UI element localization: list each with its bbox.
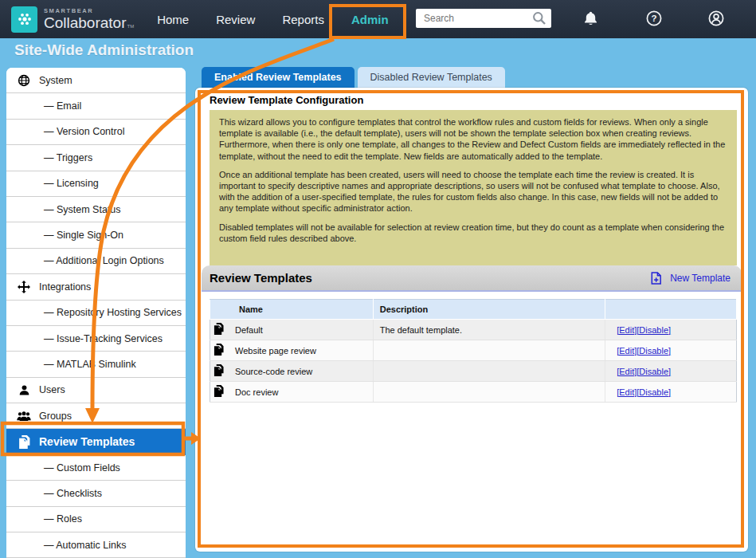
sidebar-item-groups[interactable]: Groups (6, 403, 186, 429)
section-title: Review Templates (210, 271, 312, 285)
main-nav: Home Review Reports Admin (143, 0, 402, 38)
sidebar-item-email[interactable]: — Email (6, 93, 186, 119)
info-paragraph-2: Once an additional template has been cre… (219, 169, 727, 214)
smartbear-logo-icon (11, 6, 37, 33)
template-doc-icon (213, 385, 224, 399)
sidebar-item-system-status[interactable]: — System Status (6, 197, 186, 222)
template-name: Doc review (235, 387, 278, 397)
sidebar-item-label: — Automatic Links (44, 540, 127, 551)
column-header-name: Name (210, 300, 374, 320)
table-row: Doc review [Edit][Disable] (210, 382, 737, 403)
sidebar-item-label: — Roles (44, 513, 82, 525)
sidebar-item-matlab-simulink[interactable]: — MATLAB Simulink (6, 352, 186, 377)
sidebar-item-label: Groups (39, 411, 72, 422)
sidebar-item-label: — Additional Login Options (44, 255, 164, 266)
sidebar-item-roles[interactable]: — Roles (6, 507, 186, 532)
screenshot-root: SMARTBEAR CollaboratorTM Home Review Rep… (0, 0, 756, 558)
sidebar-item-label: System (39, 75, 72, 86)
sidebar-item-label: — Repository Hosting Services (44, 307, 182, 318)
table-header-row: Name Description (210, 300, 737, 320)
template-doc-icon (213, 344, 224, 357)
help-icon[interactable]: ? (646, 10, 662, 26)
tab-enabled-review-templates[interactable]: Enabled Review Templates (202, 67, 354, 88)
template-description: The default template. (373, 320, 605, 340)
top-bar: SMARTBEAR CollaboratorTM Home Review Rep… (0, 0, 756, 38)
tab-disabled-review-templates[interactable]: Disabled Review Templates (358, 67, 505, 88)
account-icon[interactable] (708, 10, 724, 26)
sidebar-item-triggers[interactable]: — Triggers (6, 145, 186, 171)
review-templates-icon (17, 435, 31, 449)
sidebar-item-integrations[interactable]: Integrations (6, 274, 186, 300)
brand-text: SMARTBEAR CollaboratorTM (44, 8, 134, 31)
new-template-icon (649, 271, 663, 285)
sidebar-item-issue-tracking-services[interactable]: — Issue-Tracking Services (6, 326, 186, 352)
trademark-symbol: TM (127, 24, 135, 29)
template-name: Source-code review (235, 367, 312, 376)
svg-text:?: ? (651, 14, 656, 23)
edit-link[interactable]: [Edit] (617, 367, 637, 376)
sidebar-item-label: — Triggers (44, 152, 92, 163)
template-doc-icon (213, 323, 224, 336)
brand-collaborator: CollaboratorTM (44, 15, 134, 30)
review-template-configuration-panel: Review Template Configuration This wizar… (195, 88, 748, 552)
edit-link[interactable]: [Edit] (617, 346, 637, 356)
brand-logo[interactable]: SMARTBEAR CollaboratorTM (11, 6, 134, 33)
template-name: Default (235, 325, 263, 335)
sidebar-item-label: Integrations (39, 281, 91, 293)
panel-heading: Review Template Configuration (210, 94, 363, 106)
edit-link[interactable]: [Edit] (617, 325, 637, 335)
table-row: Website page review [Edit][Disable] (210, 340, 737, 361)
template-description (373, 361, 605, 382)
sidebar-item-additional-login-options[interactable]: — Additional Login Options (6, 249, 186, 274)
sidebar-item-system[interactable]: System (6, 68, 186, 93)
template-tabs: Enabled Review Templates Disabled Review… (202, 67, 505, 88)
nav-review[interactable]: Review (202, 0, 268, 38)
brand-smartbear: SMARTBEAR (44, 8, 134, 14)
sidebar-item-label: — Licensing (44, 178, 99, 189)
edit-link[interactable]: [Edit] (617, 387, 637, 397)
search-icon[interactable] (532, 11, 546, 26)
template-name: Website page review (235, 346, 316, 356)
nav-reports[interactable]: Reports (268, 0, 338, 38)
notifications-bell-icon[interactable] (582, 10, 599, 27)
sidebar-item-licensing[interactable]: — Licensing (6, 171, 186, 197)
admin-sidebar: System — Email — Version Control — Trigg… (6, 68, 186, 558)
sidebar-item-checklists[interactable]: — Checklists (6, 481, 186, 506)
disable-link[interactable]: [Disable] (637, 346, 671, 356)
sidebar-item-label: Review Templates (39, 435, 135, 448)
review-templates-section-bar: Review Templates New Template (202, 265, 742, 292)
sidebar-item-repository-hosting-services[interactable]: — Repository Hosting Services (6, 301, 186, 326)
column-header-description: Description (373, 300, 605, 320)
sidebar-item-users[interactable]: Users (6, 378, 186, 403)
group-icon (17, 411, 31, 422)
template-description (373, 340, 605, 361)
sidebar-item-version-control[interactable]: — Version Control (6, 120, 186, 145)
search-box (416, 9, 551, 28)
sidebar-item-label: — Issue-Tracking Services (44, 333, 163, 344)
sidebar-item-label: — Custom Fields (44, 462, 120, 474)
template-doc-icon (213, 364, 224, 378)
disable-link[interactable]: [Disable] (637, 367, 671, 376)
info-paragraph-3: Disabled templates will not be available… (219, 222, 727, 244)
sidebar-item-single-sign-on[interactable]: — Single Sign-On (6, 222, 186, 248)
globe-icon (17, 74, 31, 87)
template-description (373, 382, 605, 403)
page-title: Site-Wide Administration (14, 41, 194, 59)
new-template-button[interactable]: New Template (649, 271, 731, 285)
sidebar-item-review-templates[interactable]: Review Templates (6, 429, 186, 454)
table-row: Source-code review [Edit][Disable] (210, 361, 737, 382)
disable-link[interactable]: [Disable] (637, 325, 671, 335)
sidebar-item-label: — Email (44, 100, 81, 112)
sidebar-item-label: — Single Sign-On (44, 230, 123, 241)
sidebar-item-label: — System Status (44, 204, 121, 215)
sidebar-item-automatic-links[interactable]: — Automatic Links (6, 532, 186, 558)
table-row: Default The default template. [Edit][Dis… (210, 320, 737, 340)
info-paragraph-1: This wizard allows you to configure temp… (219, 116, 727, 162)
sidebar-item-custom-fields[interactable]: — Custom Fields (6, 455, 186, 481)
template-info-box: This wizard allows you to configure temp… (210, 110, 737, 265)
nav-home[interactable]: Home (143, 0, 202, 38)
new-template-label: New Template (670, 273, 731, 284)
disable-link[interactable]: [Disable] (637, 387, 671, 397)
nav-admin[interactable]: Admin (338, 0, 402, 38)
search-input[interactable] (422, 12, 532, 25)
